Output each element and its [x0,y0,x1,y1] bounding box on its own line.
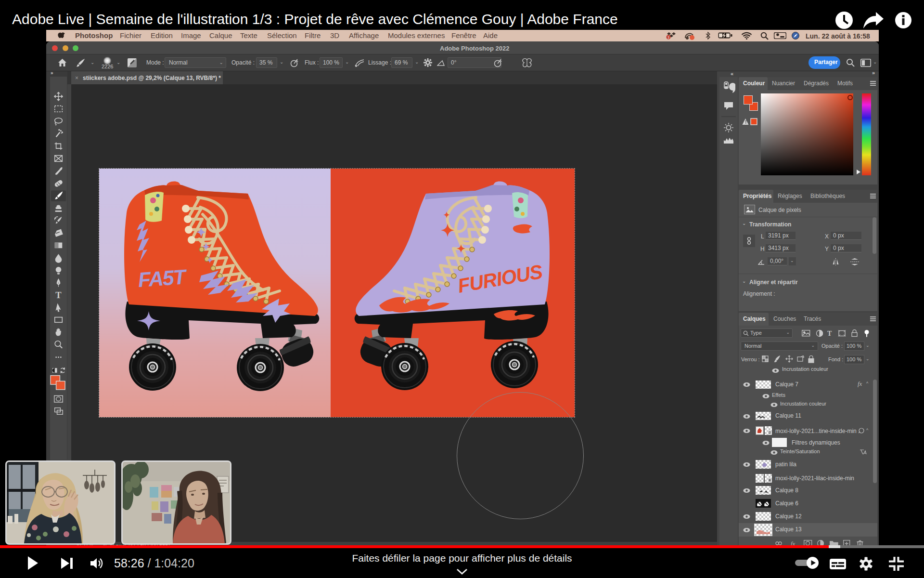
svg-text:T: T [55,290,62,300]
svg-text:FA5T: FA5T [137,265,188,291]
svg-text:3: 3 [667,36,669,39]
